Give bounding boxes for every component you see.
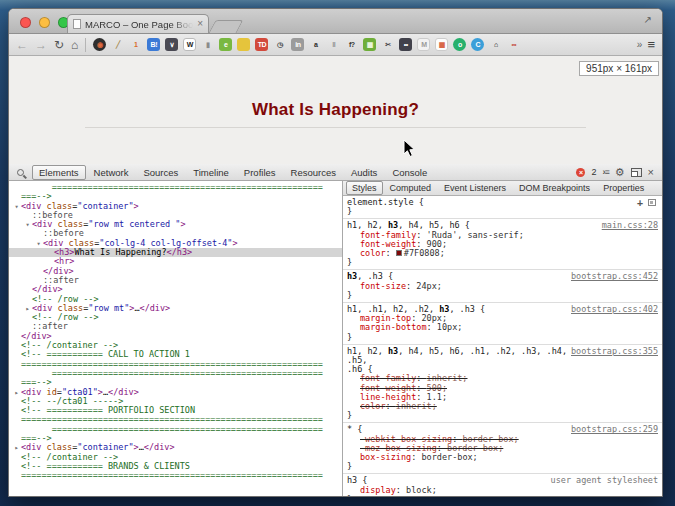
ext-calendar-icon[interactable]: ▦ xyxy=(435,38,448,51)
sidebar-tab-styles[interactable]: Styles xyxy=(346,181,383,195)
mouse-cursor xyxy=(403,139,416,158)
fullscreen-icon[interactable]: ↗ xyxy=(644,14,652,25)
ext-wikipedia-icon[interactable]: W xyxy=(183,38,196,51)
inspect-element-icon[interactable] xyxy=(17,169,24,176)
devtools-tab-sources[interactable]: Sources xyxy=(136,165,185,180)
css-property[interactable]: color: #7F0808; xyxy=(347,249,658,258)
back-button[interactable]: ← xyxy=(16,38,28,52)
devtools-tab-elements[interactable]: Elements xyxy=(32,165,86,180)
color-swatch[interactable] xyxy=(396,250,402,256)
ext-home-black-icon[interactable]: ⌂ xyxy=(489,38,502,51)
ext-linkedin-icon[interactable]: in xyxy=(291,38,304,51)
sidebar-tab-computed[interactable]: Computed xyxy=(384,181,438,195)
browser-tab[interactable]: MARCO – One Page Bootst × xyxy=(67,14,209,33)
browser-toolbar: ←→↻⌂ ◉╱1B!∨W▮eTD◷ina‖f?▦✂••M▦oC⌂∞ » ≡ xyxy=(9,34,662,56)
ext-evernote-icon[interactable]: e xyxy=(219,38,232,51)
style-rule: * {bootstrap.css:259-webkit-box-sizing: … xyxy=(343,423,662,474)
code-segment: > xyxy=(180,219,185,229)
devtools-tab-profiles[interactable]: Profiles xyxy=(237,165,283,180)
css-property[interactable]: display: block; xyxy=(347,486,658,495)
new-tab-button[interactable] xyxy=(209,20,244,33)
stylesheet-link[interactable]: main.css:28 xyxy=(602,221,658,230)
reload-button[interactable]: ↻ xyxy=(54,38,64,52)
devtools-tab-console[interactable]: Console xyxy=(385,165,434,180)
disclosure-expanded-icon[interactable]: ▾ xyxy=(12,203,21,212)
sidebar-tab-dom-breakpoints[interactable]: DOM Breakpoints xyxy=(513,181,596,195)
property-name: display xyxy=(360,485,396,495)
tab-close-icon[interactable]: × xyxy=(197,19,203,29)
rule-close-brace: } xyxy=(347,258,658,267)
devtools-tab-resources[interactable]: Resources xyxy=(284,165,343,180)
ext-function-query-icon[interactable]: f? xyxy=(345,38,358,51)
rule-selector: h1, h2, h3, h4, h5, h6 {main.css:28 xyxy=(347,221,658,230)
new-style-rule-icon[interactable]: + xyxy=(637,198,643,207)
property-value: block; xyxy=(406,485,437,495)
ext-owl-icon[interactable]: •• xyxy=(399,38,412,51)
settings-gear-icon[interactable]: ⚙ xyxy=(615,166,625,179)
element-style-icons: + xyxy=(637,198,656,207)
ext-hatena-bookmark-icon[interactable]: B! xyxy=(147,38,160,51)
stylesheet-link[interactable]: bootstrap.css:355 xyxy=(571,347,658,356)
ext-clock-icon[interactable]: ◷ xyxy=(273,38,286,51)
disclosure-expanded-icon[interactable]: ▾ xyxy=(34,240,43,249)
sidebar-tab-properties[interactable]: Properties xyxy=(597,181,650,195)
home-button[interactable]: ⌂ xyxy=(71,38,78,52)
ext-key-icon[interactable]: ╱ xyxy=(111,38,124,51)
window-minimize-button[interactable] xyxy=(39,17,50,28)
devtools-tab-timeline[interactable]: Timeline xyxy=(186,165,236,180)
rule-selector: h1, .h1, h2, .h2, h3, .h3 {bootstrap.css… xyxy=(347,305,658,314)
devtools-tab-audits[interactable]: Audits xyxy=(344,165,384,180)
selector-part: h1, h2, xyxy=(347,220,388,230)
stylesheet-link[interactable]: bootstrap.css:259 xyxy=(571,425,658,434)
disclosure-expanded-icon[interactable]: ▾ xyxy=(23,221,32,230)
selector-part: h3 xyxy=(388,220,398,230)
ext-yellow-note-icon[interactable] xyxy=(237,38,250,51)
tree-row[interactable]: ========================================… xyxy=(9,471,342,480)
ext-clipper-icon[interactable]: ✂ xyxy=(381,38,394,51)
ext-green-grid-icon[interactable]: ▦ xyxy=(363,38,376,51)
css-property[interactable]: box-sizing: border-box; xyxy=(347,453,658,462)
devtools-tab-network[interactable]: Network xyxy=(87,165,136,180)
ext-mobile-pair-icon[interactable]: ‖ xyxy=(327,38,340,51)
ext-onepassword-icon[interactable]: 1 xyxy=(129,38,142,51)
rule-close-brace: } xyxy=(347,291,658,300)
tree-row[interactable]: ========================================… xyxy=(9,425,342,434)
ext-mask-icon[interactable]: ∞ xyxy=(507,38,520,51)
ext-colorwheel-icon[interactable]: ◉ xyxy=(93,38,106,51)
dock-side-icon[interactable] xyxy=(631,168,642,177)
rule-selector: * {bootstrap.css:259 xyxy=(347,425,658,434)
css-property[interactable]: margin-bottom: 10px; xyxy=(347,323,658,332)
tree-row[interactable]: ========================================… xyxy=(9,183,342,192)
stylesheet-link[interactable]: bootstrap.css:452 xyxy=(571,272,658,281)
selector-part: , .h3 { xyxy=(357,271,393,281)
css-property[interactable]: font-size: 24px; xyxy=(347,282,658,291)
css-property[interactable]: color: inherit; xyxy=(347,402,658,411)
ext-tweetdeck-icon[interactable]: TD xyxy=(255,38,268,51)
forward-button[interactable]: → xyxy=(35,38,47,52)
stylesheet-link[interactable]: bootstrap.css:402 xyxy=(571,305,658,314)
devtools-close-icon[interactable]: × xyxy=(648,167,654,178)
console-drawer-icon[interactable]: ›≡ xyxy=(602,167,608,177)
ext-compass-icon[interactable]: C xyxy=(471,38,484,51)
selector-part: h3 xyxy=(439,304,449,314)
window-close-button[interactable] xyxy=(20,17,31,28)
ext-pocket-icon[interactable]: ∨ xyxy=(165,38,178,51)
toggle-element-state-icon[interactable] xyxy=(648,199,656,206)
overflow-chevrons-icon[interactable]: » xyxy=(637,39,643,50)
ext-mail-icon[interactable]: M xyxy=(417,38,430,51)
tab-title: MARCO – One Page Bootst xyxy=(85,19,193,30)
property-name: color xyxy=(360,248,386,258)
window-controls xyxy=(20,17,69,28)
chrome-menu-icon[interactable]: ≡ xyxy=(647,37,655,52)
tree-row[interactable]: ========================================… xyxy=(9,369,342,378)
sidebar-tab-event-listeners[interactable]: Event Listeners xyxy=(438,181,512,195)
styles-sidebar: StylesComputedEvent ListenersDOM Breakpo… xyxy=(343,181,662,497)
code-segment: > xyxy=(232,238,237,248)
selector-part: h3 xyxy=(347,271,357,281)
error-count[interactable]: 2 xyxy=(591,167,596,177)
ext-amazon-icon[interactable]: a xyxy=(309,38,322,51)
tree-row[interactable]: ::after xyxy=(9,322,342,331)
ext-device-icon[interactable]: ▮ xyxy=(201,38,214,51)
error-badge-icon[interactable]: × xyxy=(576,168,585,177)
ext-green-circle-icon[interactable]: o xyxy=(453,38,466,51)
